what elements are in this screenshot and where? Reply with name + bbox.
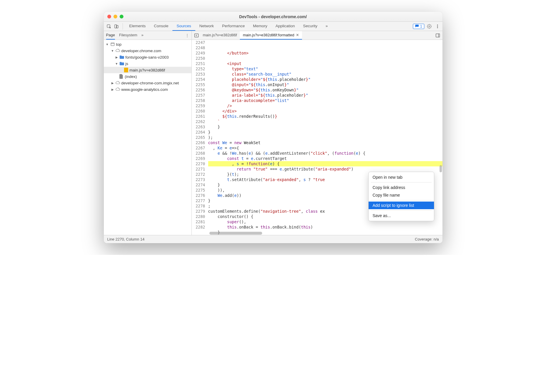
tab-application[interactable]: Application	[271, 22, 299, 31]
horizontal-scrollbar[interactable]	[209, 232, 262, 235]
ctx-separator	[371, 182, 432, 183]
svg-rect-9	[194, 34, 198, 37]
ctx-open-tab[interactable]: Open in new tab	[369, 173, 434, 181]
ctx-separator	[371, 200, 432, 200]
kebab-icon[interactable]	[434, 23, 441, 30]
tree-label: (index)	[125, 74, 137, 79]
js-file-icon	[124, 68, 128, 72]
tree-label: fonts/google-sans-v2003	[126, 55, 169, 59]
gear-icon[interactable]	[426, 23, 433, 30]
toggle-sidebar-icon[interactable]	[434, 32, 441, 39]
frame-icon	[110, 42, 115, 47]
tab-sources[interactable]: Sources	[172, 22, 195, 31]
tree-label: top	[116, 42, 122, 47]
tab-security[interactable]: Security	[299, 22, 321, 31]
sidebar-kebab-icon[interactable]: ⋮	[185, 33, 189, 38]
svg-point-5	[437, 26, 438, 26]
ctx-save-as[interactable]: Save as...	[369, 212, 434, 219]
navigator-tabs: Page Filesystem » ⋮	[104, 31, 191, 40]
cloud-icon	[116, 81, 120, 85]
line-gutter: 2247224822492250225122522253225422552256…	[192, 40, 208, 235]
tab-memory[interactable]: Memory	[249, 22, 272, 31]
folder-icon	[120, 55, 124, 59]
device-icon[interactable]	[113, 23, 120, 30]
file-tree: ▼ top ▼ developer.chrome.com ▶ fonts/goo…	[104, 40, 191, 235]
tree-domain[interactable]: ▶ developer-chrome-com.imgix.net	[104, 80, 191, 86]
ctx-copy-file[interactable]: Copy file name	[369, 191, 434, 199]
tree-file-selected[interactable]: main.js?v=e382d86f	[104, 67, 191, 73]
ctx-separator	[371, 210, 432, 211]
editor-tabstrip: main.js?v=e382d86f main.js?v=e382d86f:fo…	[192, 31, 442, 40]
context-menu: Open in new tab Copy link address Copy f…	[368, 172, 434, 221]
folder-icon	[120, 61, 124, 66]
cursor-position: Line 2270, Column 14	[107, 237, 145, 241]
navigator-sidebar: Page Filesystem » ⋮ ▼ top ▼ developer.ch…	[104, 31, 192, 235]
tab-elements[interactable]: Elements	[125, 22, 150, 31]
sb-tab-page[interactable]: Page	[106, 31, 115, 40]
minimize-icon[interactable]	[113, 15, 117, 18]
tab-performance[interactable]: Performance	[218, 22, 249, 31]
panel-tabs: Elements Console Sources Network Perform…	[125, 22, 411, 31]
tree-label: www.google-analytics.com	[121, 87, 168, 92]
maximize-icon[interactable]	[120, 15, 123, 18]
cloud-icon	[116, 48, 120, 53]
file-icon	[119, 74, 124, 79]
tree-folder[interactable]: ▼ js	[104, 60, 191, 67]
nav-back-icon[interactable]	[193, 32, 200, 39]
tree-label: main.js?v=e382d86f	[130, 68, 165, 72]
editor-tab[interactable]: main.js?v=e382d86f	[200, 31, 240, 40]
main-toolbar: Elements Console Sources Network Perform…	[104, 22, 442, 31]
coverage-status: Coverage: n/a	[415, 237, 439, 241]
inspect-icon[interactable]	[106, 23, 112, 30]
ctx-copy-link[interactable]: Copy link address	[369, 184, 434, 191]
traffic-lights	[107, 15, 123, 18]
vertical-scrollbar[interactable]	[440, 165, 442, 172]
tree-label: developer-chrome-com.imgix.net	[121, 81, 179, 85]
tree-file[interactable]: (index)	[104, 73, 191, 80]
svg-rect-7	[111, 43, 114, 46]
cloud-icon	[116, 87, 120, 92]
close-tab-icon[interactable]: ✕	[296, 33, 299, 37]
tree-domain[interactable]: ▼ developer.chrome.com	[104, 47, 191, 54]
close-icon[interactable]	[107, 15, 111, 18]
issues-badge[interactable]: 1	[413, 24, 424, 29]
editor-tab-label: main.js?v=e382d86f	[203, 33, 237, 37]
editor-tab-active[interactable]: main.js?v=e382d86f:formatted ✕	[240, 31, 302, 40]
tree-folder[interactable]: ▶ fonts/google-sans-v2003	[104, 54, 191, 60]
status-bar: Line 2270, Column 14 Coverage: n/a	[104, 235, 442, 243]
devtools-window: DevTools - developer.chrome.com/ Element…	[104, 12, 442, 243]
tree-domain[interactable]: ▶ www.google-analytics.com	[104, 86, 191, 93]
tab-more-icon[interactable]: »	[321, 22, 332, 31]
svg-rect-2	[116, 25, 118, 28]
tab-console[interactable]: Console	[150, 22, 173, 31]
tree-label: js	[126, 62, 128, 66]
editor-tab-label: main.js?v=e382d86f:formatted	[243, 33, 294, 37]
tree-label: developer.chrome.com	[121, 49, 162, 53]
svg-point-3	[429, 26, 430, 27]
tab-network[interactable]: Network	[195, 22, 218, 31]
svg-rect-10	[436, 34, 440, 37]
tree-frame-top[interactable]: ▼ top	[104, 41, 191, 47]
window-title: DevTools - developer.chrome.com/	[104, 14, 442, 19]
sb-tab-more-icon[interactable]: »	[141, 31, 143, 40]
titlebar: DevTools - developer.chrome.com/	[104, 12, 442, 22]
sb-tab-filesystem[interactable]: Filesystem	[119, 31, 137, 40]
svg-point-6	[437, 27, 438, 28]
issues-count: 1	[420, 24, 422, 28]
ctx-ignore[interactable]: Add script to ignore list	[369, 202, 434, 209]
svg-point-4	[437, 25, 438, 25]
